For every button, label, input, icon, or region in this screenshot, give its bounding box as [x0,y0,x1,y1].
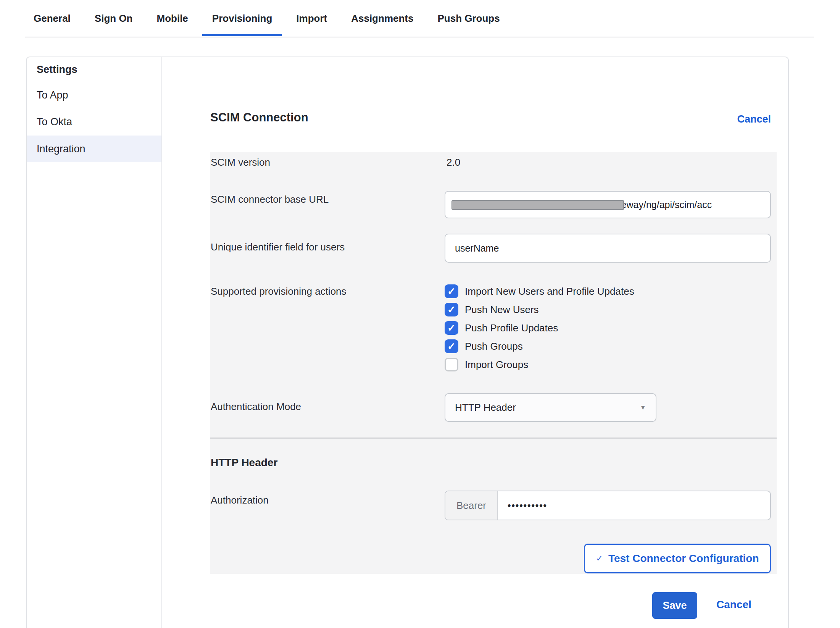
unique-id-label: Unique identifier field for users [211,241,345,253]
tab-mobile[interactable]: Mobile [157,0,188,37]
http-header-title: HTTP Header [211,457,277,469]
sidebar-item-integration[interactable]: Integration [27,136,161,162]
tab-provisioning[interactable]: Provisioning [212,0,272,37]
sidebar-item-to-okta[interactable]: To Okta [27,112,161,131]
checkbox-import-new-users[interactable]: ✓ [445,284,458,298]
active-tab-underline [202,34,282,36]
checkbox-label: Push Groups [465,341,523,352]
sidebar-item-to-app[interactable]: To App [27,86,161,105]
checkmark-icon: ✓ [447,305,456,315]
scim-version-label: SCIM version [211,157,270,168]
checkbox-row: ✓ Push Groups [445,337,523,355]
tab-general[interactable]: General [34,0,71,37]
test-connector-button[interactable]: ✓ Test Connector Configuration [584,544,771,573]
sidebar-title: Settings [27,60,161,79]
checkbox-push-groups[interactable]: ✓ [445,339,458,353]
provisioning-actions-label: Supported provisioning actions [211,286,347,297]
checkbox-row: ✓ Import Groups [445,355,528,374]
save-button[interactable]: Save [652,592,697,619]
base-url-input[interactable]: https://b5bd-195-19-67-148.ngrok.io/gate… [445,191,771,218]
cancel-link-top[interactable]: Cancel [737,113,771,125]
auth-mode-label: Authentication Mode [211,401,301,413]
checkmark-icon: ✓ [596,554,603,563]
checkbox-push-profile-updates[interactable]: ✓ [445,321,458,335]
checkmark-icon: ✓ [447,323,456,333]
tab-bar-divider [25,37,814,37]
chevron-down-icon: ▼ [640,404,646,412]
sidebar-divider [161,57,162,628]
app-tab-bar: General Sign On Mobile Provisioning Impo… [0,0,840,37]
redaction-bar [451,200,624,210]
checkbox-label: Push Profile Updates [465,322,558,334]
tab-push-groups[interactable]: Push Groups [437,0,500,37]
checkmark-icon: ✓ [447,341,456,351]
bearer-token-input[interactable]: •••••••••• [498,491,770,520]
cancel-link-bottom[interactable]: Cancel [716,599,751,611]
authorization-field: Bearer •••••••••• [445,491,771,520]
tab-assignments[interactable]: Assignments [351,0,413,37]
auth-mode-select[interactable]: HTTP Header ▼ [445,393,656,422]
checkbox-row: ✓ Import New Users and Profile Updates [445,282,634,300]
checkbox-push-new-users[interactable]: ✓ [445,303,458,316]
test-connector-label: Test Connector Configuration [608,552,759,565]
bearer-scheme-label: Bearer [445,491,498,520]
checkbox-label: Import Groups [465,359,528,371]
auth-mode-selected-value: HTTP Header [455,402,516,413]
unique-id-input[interactable]: userName [445,234,771,263]
tab-import[interactable]: Import [296,0,327,37]
authorization-label: Authorization [211,494,269,506]
page-title: SCIM Connection [210,111,308,124]
checkmark-icon: ✓ [447,286,456,296]
base-url-label: SCIM connector base URL [211,194,329,205]
checkbox-label: Push New Users [465,304,539,316]
tab-sign-on[interactable]: Sign On [95,0,133,37]
provisioning-settings-page: General Sign On Mobile Provisioning Impo… [0,0,840,628]
scim-version-value: 2.0 [447,157,460,168]
checkbox-label: Import New Users and Profile Updates [465,286,634,297]
checkbox-import-groups[interactable]: ✓ [445,358,458,371]
checkbox-row: ✓ Push New Users [445,300,539,319]
unique-id-value: userName [455,243,499,254]
checkbox-row: ✓ Push Profile Updates [445,319,558,337]
